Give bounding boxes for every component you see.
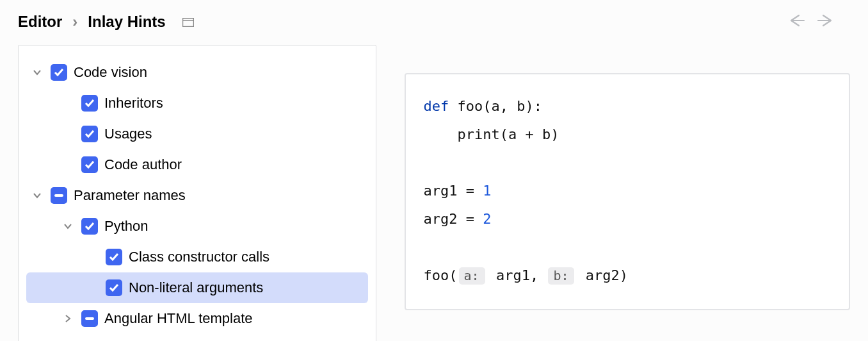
checkbox-angular[interactable] [81, 310, 98, 327]
breadcrumb-inlay-hints: Inlay Hints [88, 13, 165, 31]
code-line: arg1 = 1 [424, 177, 831, 205]
window-icon[interactable] [182, 13, 194, 31]
tree-item-code-author[interactable]: Code author [26, 149, 368, 180]
tree-label: Inheritors [104, 95, 163, 112]
inlay-hint-b: b: [548, 267, 574, 285]
tree-item-python[interactable]: Python [26, 211, 368, 242]
tree-item-parameter-names[interactable]: Parameter names [26, 180, 368, 211]
code-line: foo(a: arg1, b: arg2) [424, 262, 831, 290]
checkbox-code-vision[interactable] [51, 64, 67, 81]
tree-label: Code author [104, 156, 182, 173]
code-line: print(a + b) [424, 121, 831, 149]
breadcrumb: Editor › Inlay Hints [18, 13, 194, 31]
checkbox-non-literal[interactable] [106, 279, 122, 296]
code-line: arg2 = 2 [424, 205, 831, 233]
checkbox-usages[interactable] [81, 126, 98, 142]
chevron-right-icon: › [72, 13, 77, 31]
keyword-def: def [424, 98, 449, 114]
breadcrumb-editor[interactable]: Editor [18, 13, 62, 31]
code-preview: def foo(a, b): print(a + b) arg1 = 1 arg… [405, 73, 850, 310]
tree-label: Usages [104, 126, 152, 142]
tree-item-non-literal-arguments[interactable]: Non-literal arguments [26, 272, 368, 303]
tree-item-code-vision[interactable]: Code vision [26, 57, 368, 88]
code-blank-line [424, 233, 831, 262]
tree-label: Class constructor calls [129, 249, 269, 265]
tree-label: Non-literal arguments [129, 279, 263, 296]
nav-forward-button[interactable] [817, 14, 835, 30]
checkbox-parameter-names[interactable] [51, 187, 67, 204]
tree-item-usages[interactable]: Usages [26, 119, 368, 149]
tree-label: Angular HTML template [104, 310, 253, 327]
chevron-down-icon[interactable] [30, 65, 44, 79]
tree-label: Code vision [74, 64, 147, 81]
tree-item-inheritors[interactable]: Inheritors [26, 88, 368, 119]
chevron-down-icon[interactable] [30, 188, 44, 203]
tree-label: Python [104, 218, 149, 235]
inlay-hint-a: a: [459, 267, 485, 285]
nav-back-button[interactable] [787, 14, 805, 30]
checkbox-inheritors[interactable] [81, 95, 98, 112]
checkbox-code-author[interactable] [81, 156, 98, 173]
tree-item-angular[interactable]: Angular HTML template [26, 303, 368, 334]
code-blank-line [424, 149, 831, 177]
svg-rect-0 [182, 19, 193, 27]
chevron-right-icon[interactable] [61, 312, 75, 326]
checkbox-python[interactable] [81, 218, 98, 235]
tree-label: Parameter names [74, 187, 186, 204]
code-line: def foo(a, b): [424, 92, 831, 121]
checkbox-class-constructor[interactable] [106, 249, 122, 265]
chevron-down-icon[interactable] [61, 219, 75, 233]
settings-tree: Code vision Inheritors Usages Code autho… [18, 45, 376, 341]
tree-item-class-constructor-calls[interactable]: Class constructor calls [26, 242, 368, 272]
